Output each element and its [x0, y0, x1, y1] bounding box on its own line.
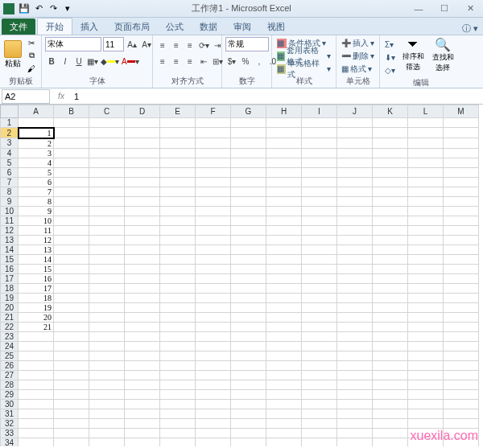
cell-M14[interactable]: [444, 245, 479, 254]
cell-J22[interactable]: [337, 322, 373, 331]
row-header-26[interactable]: 26: [1, 360, 19, 370]
cell-M19[interactable]: [444, 293, 479, 302]
cell-B14[interactable]: [54, 245, 89, 254]
cell-G15[interactable]: [231, 254, 266, 264]
column-header-J[interactable]: J: [337, 105, 373, 118]
cell-H31[interactable]: [266, 409, 302, 418]
cell-C25[interactable]: [89, 351, 125, 360]
cell-E11[interactable]: [160, 216, 196, 225]
cell-C5[interactable]: [89, 158, 125, 167]
cell-A18[interactable]: 17: [19, 283, 54, 293]
row-header-32[interactable]: 32: [1, 418, 19, 428]
cell-B20[interactable]: [54, 302, 89, 312]
cell-C30[interactable]: [89, 399, 125, 409]
cell-I3[interactable]: [302, 138, 337, 149]
cell-F9[interactable]: [196, 196, 231, 206]
cell-K11[interactable]: [373, 216, 408, 225]
cell-I30[interactable]: [302, 399, 337, 409]
cell-K16[interactable]: [373, 264, 408, 273]
cell-G2[interactable]: [231, 128, 266, 138]
cell-I12[interactable]: [302, 225, 337, 235]
cell-A20[interactable]: 19: [19, 302, 54, 312]
cell-F16[interactable]: [196, 264, 231, 273]
cell-F13[interactable]: [196, 235, 231, 245]
cell-G30[interactable]: [231, 399, 266, 409]
cell-I15[interactable]: [302, 254, 337, 264]
cell-B27[interactable]: [54, 370, 89, 380]
cell-I14[interactable]: [302, 245, 337, 254]
cell-F20[interactable]: [196, 302, 231, 312]
orientation-button[interactable]: ⟳▾: [197, 39, 210, 51]
tab-公式[interactable]: 公式: [158, 18, 192, 35]
cell-D1[interactable]: [125, 118, 160, 128]
cell-D26[interactable]: [125, 360, 160, 370]
column-header-E[interactable]: E: [160, 105, 196, 118]
cell-J14[interactable]: [337, 245, 373, 254]
cell-L13[interactable]: [408, 235, 444, 245]
cell-M17[interactable]: [444, 273, 479, 283]
cell-H25[interactable]: [266, 351, 302, 360]
cell-B17[interactable]: [54, 273, 89, 283]
cell-C20[interactable]: [89, 302, 125, 312]
cell-F5[interactable]: [196, 158, 231, 167]
cell-J15[interactable]: [337, 254, 373, 264]
row-header-19[interactable]: 19: [1, 293, 19, 302]
column-header-I[interactable]: I: [302, 105, 337, 118]
cell-F30[interactable]: [196, 399, 231, 409]
cell-G10[interactable]: [231, 206, 266, 216]
cell-A14[interactable]: 13: [19, 245, 54, 254]
cell-D28[interactable]: [125, 380, 160, 389]
tab-插入[interactable]: 插入: [72, 18, 106, 35]
cell-G7[interactable]: [231, 177, 266, 187]
name-box[interactable]: A2: [2, 89, 50, 104]
cell-L31[interactable]: [408, 409, 444, 418]
cell-L17[interactable]: [408, 273, 444, 283]
cell-H1[interactable]: [266, 118, 302, 128]
cell-E4[interactable]: [160, 148, 196, 158]
cell-H19[interactable]: [266, 293, 302, 302]
row-header-17[interactable]: 17: [1, 273, 19, 283]
cell-I24[interactable]: [302, 341, 337, 351]
cell-L32[interactable]: [408, 418, 444, 428]
cell-K25[interactable]: [373, 351, 408, 360]
cell-L26[interactable]: [408, 360, 444, 370]
cell-L11[interactable]: [408, 216, 444, 225]
row-header-30[interactable]: 30: [1, 399, 19, 409]
bold-button[interactable]: B: [45, 55, 58, 68]
align-top-button[interactable]: ≡: [156, 39, 169, 51]
cell-E6[interactable]: [160, 167, 196, 177]
cell-J13[interactable]: [337, 235, 373, 245]
cell-J9[interactable]: [337, 196, 373, 206]
cell-K12[interactable]: [373, 225, 408, 235]
cell-H13[interactable]: [266, 235, 302, 245]
cell-K17[interactable]: [373, 273, 408, 283]
cell-M11[interactable]: [444, 216, 479, 225]
cell-C21[interactable]: [89, 312, 125, 322]
cell-E14[interactable]: [160, 245, 196, 254]
cell-J2[interactable]: [337, 128, 373, 138]
cell-E23[interactable]: [160, 331, 196, 341]
cell-K13[interactable]: [373, 235, 408, 245]
column-header-A[interactable]: A: [19, 105, 54, 118]
cell-A7[interactable]: 6: [19, 177, 54, 187]
cell-I21[interactable]: [302, 312, 337, 322]
cell-G6[interactable]: [231, 167, 266, 177]
cell-J6[interactable]: [337, 167, 373, 177]
column-header-M[interactable]: M: [444, 105, 479, 118]
cell-C3[interactable]: [89, 138, 125, 149]
cell-D11[interactable]: [125, 216, 160, 225]
cell-K28[interactable]: [373, 380, 408, 389]
cell-F26[interactable]: [196, 360, 231, 370]
cell-F21[interactable]: [196, 312, 231, 322]
column-header-D[interactable]: D: [125, 105, 160, 118]
cell-H21[interactable]: [266, 312, 302, 322]
cell-J33[interactable]: [337, 428, 373, 438]
cell-H10[interactable]: [266, 206, 302, 216]
cut-button[interactable]: ✂: [25, 37, 38, 48]
cell-J24[interactable]: [337, 341, 373, 351]
cell-I22[interactable]: [302, 322, 337, 331]
cell-D23[interactable]: [125, 331, 160, 341]
column-header-B[interactable]: B: [54, 105, 89, 118]
cell-G3[interactable]: [231, 138, 266, 149]
row-header-33[interactable]: 33: [1, 428, 19, 438]
